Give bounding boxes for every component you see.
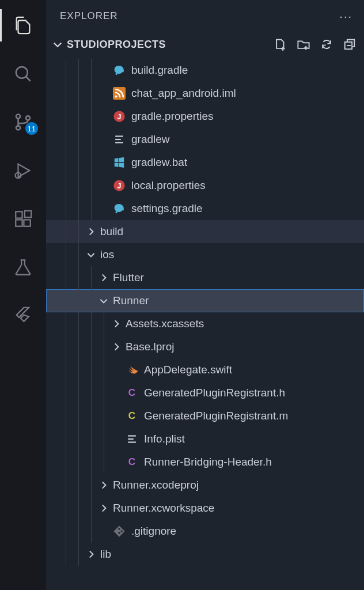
- rss-icon: [113, 87, 126, 100]
- folder-label: Assets.xcassets: [126, 317, 204, 330]
- more-actions-button[interactable]: ···: [339, 10, 352, 23]
- chevron-right-icon[interactable]: [98, 479, 109, 491]
- lines-icon: [113, 133, 126, 146]
- file-label: build.gradle: [131, 64, 188, 77]
- collapse-all-icon[interactable]: [343, 38, 356, 51]
- folder-row[interactable]: build: [46, 220, 364, 243]
- svg-rect-10: [25, 211, 31, 217]
- svg-point-0: [16, 67, 28, 78]
- file-row[interactable]: .gitignore: [46, 520, 364, 543]
- file-row[interactable]: chat_app_android.iml: [46, 82, 364, 105]
- svg-line-1: [26, 77, 31, 81]
- file-label: gradle.properties: [131, 110, 214, 123]
- j-red-icon: J: [113, 110, 126, 123]
- folder-row[interactable]: Flutter: [46, 266, 364, 289]
- twisty-spacer: [98, 157, 109, 168]
- folder-row[interactable]: ios: [46, 243, 364, 266]
- chevron-right-icon[interactable]: [111, 318, 122, 330]
- file-row[interactable]: settings.gradle: [46, 197, 364, 220]
- git-icon: [113, 525, 126, 538]
- activity-search[interactable]: [0, 58, 46, 90]
- elephant-icon: [113, 64, 126, 77]
- svg-marker-5: [18, 164, 30, 177]
- folder-label: lib: [100, 548, 111, 561]
- file-label: gradlew.bat: [131, 156, 187, 169]
- svg-point-4: [26, 116, 30, 120]
- folder-label: Runner.xcodeproj: [113, 479, 199, 491]
- folder-row[interactable]: Runner: [46, 289, 364, 312]
- svg-text:J: J: [117, 182, 122, 190]
- chevron-right-icon[interactable]: [98, 502, 109, 514]
- twisty-spacer: [98, 111, 109, 122]
- file-label: .gitignore: [131, 525, 176, 538]
- file-row[interactable]: gradlew: [46, 128, 364, 151]
- j-red-icon: J: [113, 179, 126, 192]
- svg-rect-8: [16, 220, 22, 226]
- svg-point-24: [118, 528, 120, 530]
- twisty-spacer: [111, 364, 122, 376]
- folder-label: ios: [100, 248, 114, 261]
- file-row[interactable]: AppDelegate.swift: [46, 358, 364, 381]
- svg-rect-7: [16, 211, 22, 218]
- file-row[interactable]: CGeneratedPluginRegistrant.h: [46, 381, 364, 404]
- file-label: gradlew: [131, 133, 170, 146]
- twisty-spacer: [111, 387, 122, 399]
- folder-label: build: [100, 225, 123, 238]
- twisty-spacer: [111, 410, 122, 422]
- activity-run-debug[interactable]: [0, 154, 46, 187]
- file-row[interactable]: Jgradle.properties: [46, 105, 364, 128]
- folder-row[interactable]: Base.lproj: [46, 335, 364, 358]
- chevron-right-icon[interactable]: [111, 341, 122, 353]
- svg-point-3: [16, 126, 20, 130]
- activity-explorer[interactable]: [0, 9, 46, 41]
- swift-icon: [126, 364, 138, 376]
- source-control-badge: 11: [25, 122, 38, 135]
- svg-rect-9: [24, 220, 30, 226]
- chevron-down-icon[interactable]: [85, 249, 97, 260]
- folder-row[interactable]: Runner.xcworkspace: [46, 497, 364, 520]
- new-folder-icon[interactable]: [297, 38, 310, 51]
- c-purple-icon: C: [126, 387, 138, 399]
- twisty-spacer: [98, 203, 109, 214]
- file-row[interactable]: CRunner-Bridging-Header.h: [46, 451, 364, 474]
- refresh-icon[interactable]: [320, 38, 333, 51]
- elephant-icon: [113, 202, 126, 215]
- c-purple-icon: C: [126, 456, 138, 468]
- section-actions: [274, 38, 356, 51]
- activity-bar: 11: [0, 0, 46, 590]
- file-label: settings.gradle: [131, 202, 203, 215]
- folder-row[interactable]: lib: [46, 543, 364, 566]
- file-label: local.properties: [131, 179, 206, 192]
- new-file-icon[interactable]: [274, 38, 287, 51]
- activity-source-control[interactable]: 11: [0, 106, 46, 138]
- file-row[interactable]: CGeneratedPluginRegistrant.m: [46, 404, 364, 428]
- play-bug-icon: [13, 161, 33, 180]
- section-header[interactable]: STUDIOPROJECTS: [46, 32, 364, 56]
- svg-point-26: [120, 530, 122, 532]
- files-icon: [13, 16, 33, 35]
- chevron-down-icon[interactable]: [98, 295, 109, 307]
- file-row[interactable]: build.gradle: [46, 59, 364, 82]
- activity-testing[interactable]: [0, 251, 46, 283]
- flutter-icon: [13, 306, 33, 326]
- svg-point-25: [118, 532, 120, 534]
- svg-text:J: J: [117, 113, 122, 121]
- chevron-right-icon[interactable]: [98, 272, 109, 283]
- chevron-right-icon[interactable]: [85, 226, 97, 237]
- activity-flutter[interactable]: [0, 300, 46, 332]
- svg-point-2: [16, 115, 20, 119]
- chevron-right-icon[interactable]: [85, 549, 97, 560]
- explorer-sidebar: EXPLORER ··· STUDIOPROJECTS build.gradle…: [46, 0, 364, 590]
- file-row[interactable]: Info.plist: [46, 428, 364, 451]
- flask-icon: [13, 258, 33, 277]
- folder-row[interactable]: Runner.xcodeproj: [46, 474, 364, 497]
- file-row[interactable]: gradlew.bat: [46, 151, 364, 174]
- activity-extensions[interactable]: [0, 203, 46, 235]
- file-row[interactable]: Jlocal.properties: [46, 174, 364, 197]
- twisty-spacer: [98, 88, 109, 99]
- twisty-spacer: [111, 456, 122, 468]
- twisty-spacer: [98, 134, 109, 145]
- folder-row[interactable]: Assets.xcassets: [46, 312, 364, 335]
- svg-point-13: [115, 95, 117, 97]
- sidebar-header: EXPLORER ···: [46, 0, 364, 32]
